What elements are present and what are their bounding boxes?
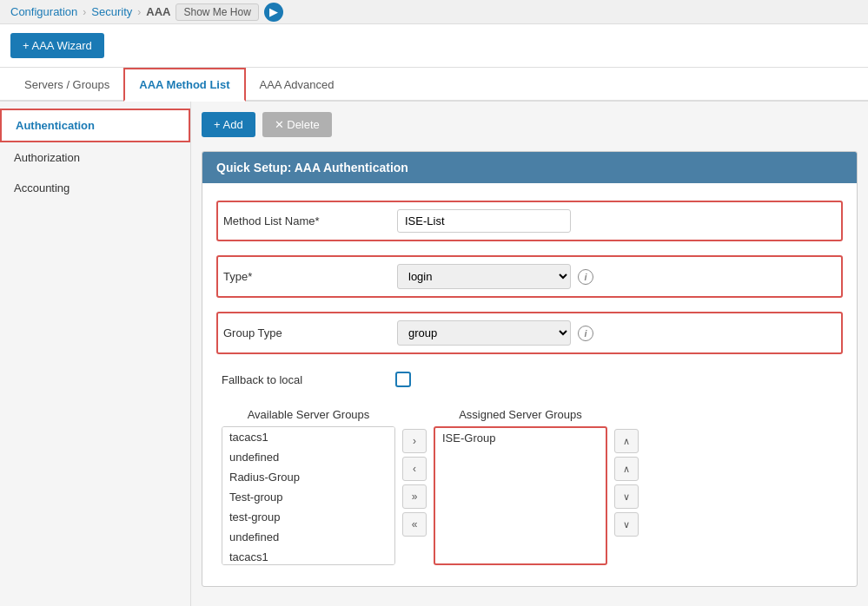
move-up-top-button[interactable]: ∧ [614, 429, 639, 453]
reorder-buttons-col: ∧ ∧ ∨ ∨ [614, 408, 639, 537]
tab-servers-groups[interactable]: Servers / Groups [10, 69, 123, 102]
tab-aaa-method-list[interactable]: AAA Method List [123, 68, 245, 102]
breadcrumb-security[interactable]: Security [91, 5, 132, 18]
group-type-row: Group Type group local none radius i [216, 312, 843, 354]
assigned-groups-col: Assigned Server Groups ISE-Group [434, 408, 607, 565]
group-type-select[interactable]: group local none radius [397, 320, 571, 346]
group-type-label: Group Type [223, 326, 397, 339]
move-up-button[interactable]: ∧ [614, 457, 639, 481]
left-sidebar: Authentication Authorization Accounting [0, 102, 191, 606]
arrow-buttons-col: › ‹ » « [402, 408, 427, 537]
move-down-button[interactable]: ∨ [614, 484, 639, 509]
assigned-groups-list[interactable]: ISE-Group [434, 426, 607, 565]
move-all-right-button[interactable]: » [402, 484, 427, 509]
list-item[interactable]: Test-group [222, 487, 394, 507]
delete-button[interactable]: ✕ Delete [262, 112, 332, 137]
move-all-left-button[interactable]: « [402, 512, 427, 537]
available-groups-list[interactable]: tacacs1 undefined Radius-Group Test-grou… [222, 426, 395, 565]
method-list-name-row: Method List Name* [216, 201, 843, 241]
list-item[interactable]: tacacs1 [222, 547, 394, 565]
available-groups-col: Available Server Groups tacacs1 undefine… [222, 408, 395, 565]
move-down-bottom-button[interactable]: ∨ [614, 512, 639, 537]
sidebar-item-authentication[interactable]: Authentication [0, 109, 190, 142]
show-me-how-circle[interactable]: ▶ [264, 3, 283, 22]
list-item[interactable]: tacacs1 [222, 427, 394, 447]
show-me-how-button[interactable]: Show Me How [176, 3, 258, 21]
list-item[interactable]: test-group [222, 507, 394, 527]
method-list-name-label: Method List Name* [223, 214, 397, 227]
server-groups-row: Available Server Groups tacacs1 undefine… [216, 405, 843, 569]
move-right-button[interactable]: › [402, 429, 427, 453]
assigned-groups-label: Assigned Server Groups [434, 408, 607, 421]
list-item[interactable]: Radius-Group [222, 467, 394, 487]
sidebar-item-authorization[interactable]: Authorization [0, 142, 190, 173]
type-info-icon[interactable]: i [578, 269, 593, 285]
action-bar: + Add ✕ Delete [202, 112, 858, 137]
group-type-info-icon[interactable]: i [578, 326, 593, 341]
breadcrumb-sep-2: › [137, 6, 141, 18]
move-left-button[interactable]: ‹ [402, 457, 427, 481]
breadcrumb-bar: Configuration › Security › AAA Show Me H… [0, 0, 868, 24]
add-button[interactable]: + Add [202, 112, 255, 137]
type-label: Type* [223, 270, 397, 283]
fallback-checkbox[interactable] [395, 372, 411, 387]
breadcrumb-aaa: AAA [146, 5, 170, 18]
aaa-wizard-button[interactable]: + AAA Wizard [10, 33, 104, 58]
quick-setup-body: Method List Name* Type* login enable dot… [202, 183, 857, 586]
type-row: Type* login enable dot1x ppp i [216, 255, 843, 298]
quick-setup-panel: Quick Setup: AAA Authentication Method L… [202, 151, 858, 587]
main-tabs: Servers / Groups AAA Method List AAA Adv… [0, 68, 868, 102]
type-select[interactable]: login enable dot1x ppp [397, 264, 571, 289]
sidebar-item-accounting[interactable]: Accounting [0, 173, 190, 203]
breadcrumb-sep-1: › [83, 6, 86, 18]
list-item[interactable]: undefined [222, 447, 394, 467]
main-content: + Add ✕ Delete Quick Setup: AAA Authenti… [191, 102, 868, 606]
quick-setup-header: Quick Setup: AAA Authentication [202, 152, 857, 183]
method-list-name-input[interactable] [397, 209, 571, 233]
list-item[interactable]: ISE-Group [435, 428, 606, 448]
fallback-row: Fallback to local [216, 368, 843, 391]
list-item[interactable]: undefined [222, 527, 394, 547]
available-groups-label: Available Server Groups [222, 408, 395, 421]
tab-aaa-advanced[interactable]: AAA Advanced [246, 69, 348, 102]
content-layout: Authentication Authorization Accounting … [0, 102, 868, 606]
toolbar: + AAA Wizard [0, 24, 868, 68]
fallback-label: Fallback to local [222, 373, 395, 386]
breadcrumb-configuration[interactable]: Configuration [10, 5, 77, 18]
